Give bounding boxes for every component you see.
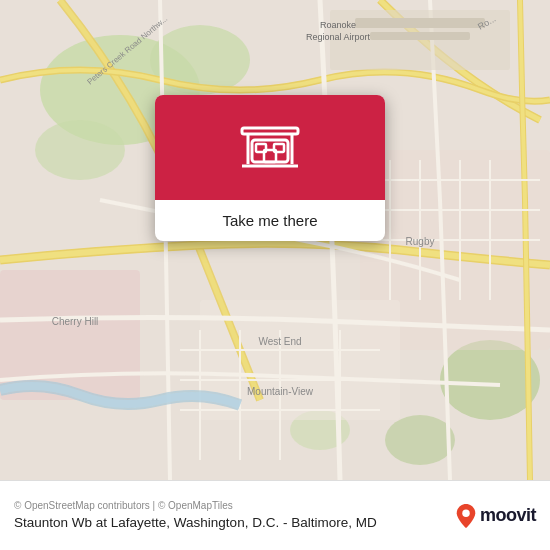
svg-point-5	[385, 415, 455, 465]
moovit-pin-icon	[455, 503, 477, 529]
location-name: Staunton Wb at Lafayette, Washington, D.…	[14, 514, 443, 532]
svg-rect-12	[370, 32, 470, 40]
bottom-bar: © OpenStreetMap contributors | © OpenMap…	[0, 480, 550, 550]
map-container: Roanoke Regional Airport Cherry Hill Rug…	[0, 0, 550, 480]
svg-text:Mountain-View: Mountain-View	[247, 386, 314, 397]
svg-rect-11	[355, 18, 485, 28]
svg-point-29	[462, 509, 469, 516]
moovit-logo[interactable]: moovit	[455, 503, 536, 529]
popup-card[interactable]: Take me there	[155, 95, 385, 241]
svg-rect-21	[242, 128, 298, 134]
svg-text:Rugby: Rugby	[406, 236, 435, 247]
svg-text:Cherry Hill: Cherry Hill	[52, 316, 99, 327]
svg-text:West End: West End	[258, 336, 301, 347]
bus-stop-icon	[234, 112, 306, 184]
map-attribution: © OpenStreetMap contributors | © OpenMap…	[14, 500, 443, 511]
popup-icon-area	[155, 95, 385, 200]
take-me-there-button[interactable]: Take me there	[155, 200, 385, 241]
bottom-text-area: © OpenStreetMap contributors | © OpenMap…	[14, 500, 455, 532]
svg-text:Roanoke: Roanoke	[320, 20, 356, 30]
svg-text:Regional Airport: Regional Airport	[306, 32, 371, 42]
moovit-brand-text: moovit	[480, 505, 536, 526]
svg-point-3	[35, 120, 125, 180]
